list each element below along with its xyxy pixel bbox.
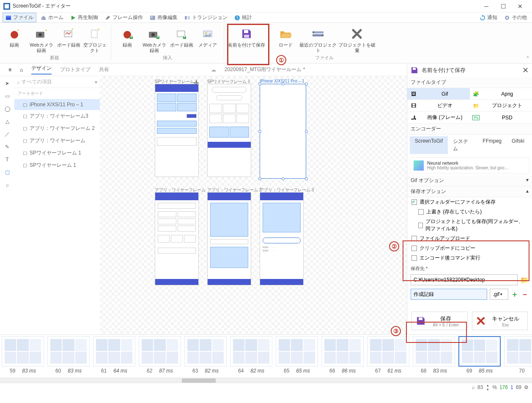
frame-thumb[interactable]: 6985 ms: [457, 335, 502, 374]
frame-thumb[interactable]: 6883 ms: [411, 335, 457, 374]
ribbon-discard[interactable]: プロジェクトを破棄: [338, 25, 376, 55]
menu-transition[interactable]: トランジション: [182, 13, 230, 22]
menu-home[interactable]: ホーム: [38, 13, 66, 22]
chk-postcmd[interactable]: [411, 255, 417, 261]
filename-input[interactable]: [411, 289, 487, 300]
timeline-scrollbar[interactable]: [0, 378, 532, 383]
doc-search[interactable]: ⌕すべての項目▾: [14, 76, 100, 88]
artboard-sp1[interactable]: [155, 84, 199, 177]
tool-pen[interactable]: ✎: [3, 142, 12, 152]
menu-playback[interactable]: 再生制御: [68, 13, 101, 22]
doc-tab-design[interactable]: デザイン: [31, 65, 52, 75]
frame-thumb[interactable]: 6565 ms: [274, 335, 320, 374]
menu-image[interactable]: 画像編集: [147, 13, 180, 22]
encoder-neural[interactable]: Neural networkHigh fidelity quantization…: [410, 157, 529, 174]
doc-menu-icon[interactable]: ≡: [8, 67, 11, 73]
menu-file[interactable]: ファイル: [3, 13, 36, 22]
artboard-sp2[interactable]: [207, 84, 251, 177]
svg-point-33: [313, 31, 314, 33]
list-item[interactable]: ▢ アプリ：ワイヤーレーム: [14, 135, 100, 147]
add-preset-button[interactable]: ＋: [511, 289, 518, 299]
ribbon-insert-board[interactable]: + ボード録画: [169, 25, 194, 55]
frame-thumb[interactable]: 6083 ms: [46, 335, 91, 374]
tool-text[interactable]: T: [3, 155, 12, 164]
save-panel-close[interactable]: ✕: [522, 66, 529, 75]
ribbon-insert-webcam[interactable]: + Webカメラ録画: [141, 25, 168, 55]
filetype-psd[interactable]: PsPSD: [470, 112, 532, 124]
frame-thumb[interactable]: 6287 ms: [137, 335, 183, 374]
save-button[interactable]: 保存Alt + E / Enter: [411, 312, 468, 330]
list-item[interactable]: ▢ SPワイヤーレーム 1: [14, 159, 100, 171]
artboard-app3[interactable]: 0000 · · · · · ·0000 · · · · · ·: [260, 192, 304, 285]
maximize-button[interactable]: ☐: [495, 3, 512, 10]
artboard-iphone[interactable]: [260, 84, 306, 179]
list-item[interactable]: ▢ アプリ：ワイヤーレーム3: [14, 110, 100, 122]
doc-tab-share[interactable]: 共有: [99, 66, 109, 73]
tool-ellipse[interactable]: ◯: [3, 104, 12, 113]
close-button[interactable]: ✕: [512, 3, 529, 10]
doc-home-icon[interactable]: ⌂: [20, 67, 23, 73]
gifopt-header[interactable]: Gif オプション▾: [407, 175, 532, 186]
media-icon: [201, 27, 214, 41]
frame-timeline[interactable]: 5983 ms 6083 ms 6164 ms 6287 ms 6382 ms …: [0, 334, 532, 378]
ribbon-insert-record[interactable]: + 録画: [115, 25, 140, 55]
filetype-video[interactable]: 🎞ビデオ: [407, 100, 470, 112]
tool-line[interactable]: ／: [3, 130, 12, 139]
ribbon-recent[interactable]: 最近のプロジェクト: [299, 25, 337, 55]
filetype-gif[interactable]: 🖼Gif: [407, 88, 470, 100]
menu-notify[interactable]: 通知: [477, 13, 500, 22]
tool-artboard[interactable]: ▢: [3, 168, 12, 177]
browse-button[interactable]: 📁: [520, 276, 529, 284]
encoder-ffmpeg[interactable]: FFmpeg: [477, 136, 507, 154]
ribbon-insert-media[interactable]: メディア: [195, 25, 220, 55]
ribbon-new-board[interactable]: ボード録画: [56, 25, 81, 55]
ribbon-new-blank[interactable]: 空プロジェクト: [82, 25, 107, 55]
remove-preset-button[interactable]: －: [521, 289, 529, 299]
list-item[interactable]: ▢ iPhone X/XS/11 Pro – 1: [14, 99, 100, 110]
filetype-project[interactable]: 📁プロジェクト: [470, 100, 532, 112]
tool-rect[interactable]: ▭: [3, 91, 12, 101]
ribbon-new-webcam[interactable]: Webカメラ録画: [28, 25, 55, 55]
menu-frame[interactable]: フレーム操作: [102, 13, 145, 22]
ribbon-save-as[interactable]: 名前を付けて保存: [228, 25, 266, 55]
encoder-gifski[interactable]: Gifski: [507, 136, 529, 154]
filetype-apng[interactable]: 🧩Apng: [470, 88, 532, 100]
cancel-button[interactable]: キャンセルEsc: [472, 312, 528, 330]
ribbon-collapse-icon[interactable]: ⌃: [524, 23, 532, 63]
list-item[interactable]: ▢ SPワイヤーフレーム 1: [14, 147, 100, 159]
gif-icon: 🖼: [407, 91, 420, 97]
frame-thumb[interactable]: 6482 ms: [228, 335, 274, 374]
ext-select[interactable]: .gif▾: [490, 289, 508, 300]
encoder-stg[interactable]: ScreenToGif: [410, 136, 448, 154]
artboard-app1[interactable]: [155, 192, 199, 285]
frame-thumb[interactable]: 6164 ms: [91, 335, 137, 374]
chk-save-project[interactable]: [418, 223, 423, 228]
frame-thumb[interactable]: 70: [502, 335, 532, 374]
path-input[interactable]: [411, 274, 518, 285]
encoder-system[interactable]: システム: [448, 136, 477, 154]
minimize-button[interactable]: ─: [478, 3, 495, 10]
doc-tab-proto[interactable]: プロトタイプ: [60, 66, 90, 73]
frame-thumb[interactable]: 6761 ms: [365, 335, 411, 374]
chk-overwrite[interactable]: [418, 209, 424, 215]
chk-save-to-folder[interactable]: [411, 199, 417, 205]
settings-icon[interactable]: ⚙: [524, 384, 529, 390]
list-item[interactable]: ▢ アプリ：ワイヤーフレーム 2: [14, 122, 100, 135]
menu-other[interactable]: その他: [502, 13, 529, 22]
ribbon-new-record[interactable]: 録画: [2, 25, 27, 55]
tool-polygon[interactable]: △: [3, 117, 12, 126]
tool-zoom[interactable]: ⌕: [3, 180, 12, 190]
saveopt-header[interactable]: 保存オプション▴: [407, 186, 532, 197]
chk-upload[interactable]: [411, 236, 417, 241]
gear-icon: [504, 15, 510, 21]
artboard-app2[interactable]: [207, 192, 251, 285]
zoom-icon[interactable]: ⌕: [472, 384, 475, 390]
frame-thumb[interactable]: 5983 ms: [0, 335, 46, 374]
tool-select[interactable]: ➤: [3, 79, 12, 88]
filetype-images[interactable]: 🏞画像 (フレーム): [407, 112, 470, 124]
menu-stats[interactable]: i統計: [232, 13, 255, 22]
ribbon-load[interactable]: ロード: [273, 25, 298, 55]
frame-thumb[interactable]: 6382 ms: [183, 335, 228, 374]
chk-clipboard[interactable]: [411, 246, 417, 251]
frame-thumb[interactable]: 6686 ms: [320, 335, 365, 374]
